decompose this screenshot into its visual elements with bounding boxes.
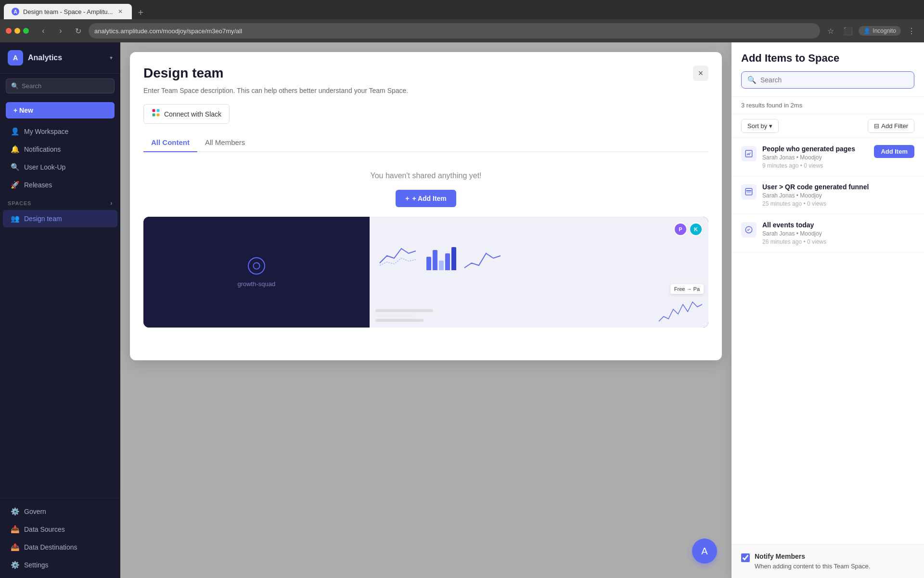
add-item-icon: + <box>405 195 409 202</box>
dialog-preview: growth-squad P K <box>143 217 708 328</box>
sidebar: A Analytics ▾ 🔍 Search + New 👤 My Worksp… <box>0 42 120 578</box>
search-input[interactable]: 🔍 Search <box>6 79 115 93</box>
new-tab-button[interactable]: + <box>134 6 147 19</box>
dialog-title: Design team <box>143 66 224 81</box>
panel-results: People who generated pages Sarah Jonas •… <box>732 138 924 544</box>
add-item-result-1-button[interactable]: Add Item <box>874 145 914 158</box>
result-icon-events <box>741 222 757 237</box>
sidebar-item-user-lookup[interactable]: 🔍 User Look-Up <box>3 158 117 176</box>
area-chart-preview <box>462 244 505 270</box>
new-button[interactable]: + New <box>6 102 115 118</box>
results-info: 3 results found in 2ms <box>732 97 924 114</box>
user-lookup-icon: 🔍 <box>11 163 19 171</box>
bottom-line-chart <box>656 295 705 324</box>
panel-search-input[interactable] <box>760 76 908 84</box>
search-icon: 🔍 <box>11 82 19 90</box>
preview-text-lines <box>375 309 433 322</box>
notify-members-checkbox[interactable] <box>741 553 750 562</box>
add-item-button[interactable]: + + Add Item <box>396 190 456 207</box>
sidebar-header: A Analytics ▾ <box>0 42 120 74</box>
sidebar-item-releases[interactable]: 🚀 Releases <box>3 176 117 194</box>
result-3-time: 26 minutes ago • 0 views <box>762 238 914 245</box>
browser-controls: ‹ › ↻ analytics.amplitude.com/moodjoy/sp… <box>0 19 924 42</box>
sidebar-item-data-sources[interactable]: 📥 Data Sources <box>3 521 117 538</box>
chart-icon <box>744 149 753 158</box>
sidebar-item-label: Settings <box>24 561 49 569</box>
result-1-meta: Sarah Jonas • Moodjoy <box>762 154 868 161</box>
sidebar-item-govern[interactable]: ⚙️ Govern <box>3 503 117 520</box>
back-button[interactable]: ‹ <box>37 24 50 38</box>
incognito-label: Incognito <box>873 27 896 34</box>
sidebar-item-label: Notifications <box>24 145 61 153</box>
sidebar-item-notifications[interactable]: 🔔 Notifications <box>3 141 117 158</box>
sidebar-item-settings[interactable]: ⚙️ Settings <box>3 556 117 574</box>
sort-by-button[interactable]: Sort by ▾ <box>741 119 779 133</box>
menu-button[interactable]: ⋮ <box>905 24 918 38</box>
sidebar-bottom: ⚙️ Govern 📥 Data Sources 📤 Data Destinat… <box>0 498 120 578</box>
tab-all-members[interactable]: All Members <box>197 133 253 152</box>
growth-squad-circle-icon <box>248 257 265 275</box>
address-bar[interactable]: analytics.amplitude.com/moodjoy/space/m3… <box>89 23 820 39</box>
result-2-name: User > QR code generated funnel <box>762 183 914 191</box>
spaces-arrow[interactable]: › <box>110 200 113 207</box>
tab-title: Design team - Space - Amplitu... <box>23 8 113 15</box>
avatar-k: K <box>689 223 703 236</box>
sidebar-item-design-team[interactable]: 👥 Design team <box>3 210 117 227</box>
extensions-button[interactable]: ⬛ <box>841 24 855 38</box>
help-button[interactable]: A <box>692 539 717 564</box>
panel-search-container[interactable]: 🔍 <box>741 71 914 89</box>
add-filter-label: Add Filter <box>881 122 908 130</box>
svg-rect-3 <box>157 114 160 117</box>
result-1-info: People who generated pages Sarah Jonas •… <box>762 145 868 169</box>
browser-tabs: A Design team - Space - Amplitu... ✕ + <box>0 0 924 19</box>
bookmark-button[interactable]: ☆ <box>824 24 837 38</box>
svg-rect-7 <box>746 190 752 191</box>
svg-rect-6 <box>745 188 752 195</box>
result-item-1: People who generated pages Sarah Jonas •… <box>732 138 924 176</box>
sidebar-search-container: 🔍 Search <box>0 74 120 98</box>
refresh-button[interactable]: ↻ <box>71 24 85 38</box>
app-name-chevron[interactable]: ▾ <box>110 54 113 61</box>
releases-icon: 🚀 <box>11 181 19 189</box>
result-3-info: All events today Sarah Jonas • Moodjoy 2… <box>762 221 914 245</box>
spaces-section-header: SPACES › <box>0 194 120 210</box>
result-1-workspace: Moodjoy <box>800 154 821 161</box>
result-2-info: User > QR code generated funnel Sarah Jo… <box>762 183 914 207</box>
traffic-light-red[interactable] <box>6 28 12 34</box>
design-team-icon: 👥 <box>11 214 19 223</box>
result-1-time: 9 minutes ago • 0 views <box>762 162 868 169</box>
notify-members-label: Notify Members <box>755 552 870 560</box>
search-placeholder: Search <box>22 82 41 90</box>
add-filter-button[interactable]: ⊟ Add Filter <box>868 119 914 133</box>
sidebar-item-label: Releases <box>24 181 52 189</box>
connect-slack-button[interactable]: Connect with Slack <box>143 104 230 124</box>
result-item-3: All events today Sarah Jonas • Moodjoy 2… <box>732 214 924 252</box>
dialog-empty-state: You haven't shared anything yet! + + Add… <box>143 152 708 347</box>
traffic-light-yellow[interactable] <box>14 28 20 34</box>
sidebar-item-data-destinations[interactable]: 📤 Data Destinations <box>3 539 117 556</box>
sidebar-item-my-workspace[interactable]: 👤 My Workspace <box>3 123 117 140</box>
sort-chevron-icon: ▾ <box>769 122 772 130</box>
result-2-workspace: Moodjoy <box>800 192 821 199</box>
sort-label: Sort by <box>747 122 767 130</box>
spaces-label: SPACES <box>8 200 31 206</box>
dialog-header: Design team × <box>143 66 708 81</box>
browser-tab-active[interactable]: A Design team - Space - Amplitu... ✕ <box>4 4 132 19</box>
sidebar-item-label: User Look-Up <box>24 163 65 171</box>
dialog-close-button[interactable]: × <box>693 66 708 81</box>
forward-button[interactable]: › <box>54 24 67 38</box>
result-1-author: Sarah Jonas <box>762 154 795 161</box>
bar-chart-preview <box>426 246 456 270</box>
tab-close-button[interactable]: ✕ <box>116 8 124 15</box>
data-sources-icon: 📥 <box>11 525 19 534</box>
browser-actions: ☆ ⬛ 👤 Incognito ⋮ <box>824 24 918 38</box>
tab-all-content[interactable]: All Content <box>143 133 197 152</box>
sidebar-item-label: Design team <box>24 215 62 223</box>
traffic-light-green[interactable] <box>23 28 29 34</box>
sidebar-item-label: Data Destinations <box>24 543 77 551</box>
dialog-description: Enter Team Space description. This can h… <box>143 87 708 94</box>
result-icon-chart <box>741 146 757 161</box>
result-icon-funnel <box>741 184 757 199</box>
preview-label: Free → Pa <box>670 284 704 294</box>
app-logo: A <box>8 50 23 66</box>
